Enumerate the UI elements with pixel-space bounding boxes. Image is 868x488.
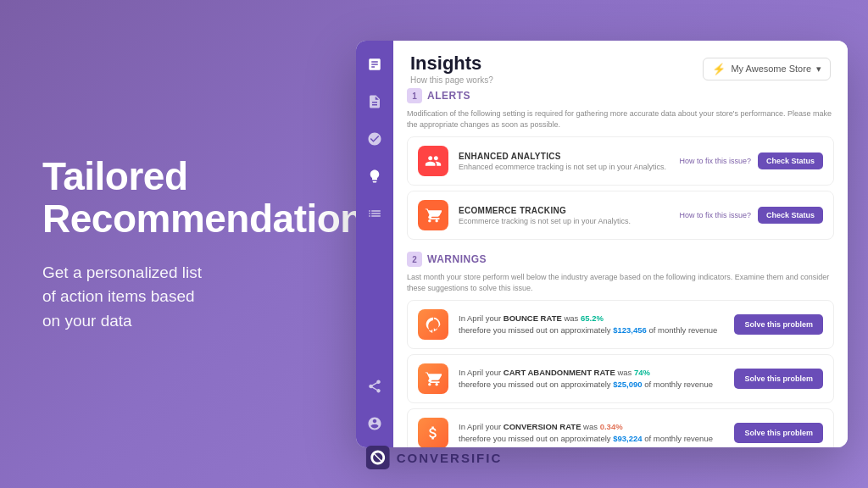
- alert-card-ecommerce: ECOMMERCE TRACKING Ecommerce tracking is…: [407, 191, 834, 240]
- how-to-fix-ecommerce[interactable]: How to fix this issue?: [679, 211, 751, 219]
- alert-text-ecommerce: ECOMMERCE TRACKING Ecommerce tracking is…: [459, 206, 669, 225]
- cart-metric: CART ABANDONMENT RATE: [504, 368, 615, 377]
- alerts-number: 1: [407, 88, 422, 103]
- app-mockup: Insights How this page works? ⚡ My Aweso…: [356, 41, 848, 447]
- conversion-amount: $93,224: [613, 434, 642, 443]
- alerts-description: Modification of the following setting is…: [407, 108, 834, 130]
- alert-title-ecommerce: ECOMMERCE TRACKING: [459, 206, 669, 215]
- alert-desc-enhanced: Enhanced ecommerce tracking is not set u…: [459, 163, 669, 171]
- store-icon: ⚡: [712, 63, 726, 75]
- conversion-metric: CONVERSION RATE: [504, 422, 581, 431]
- store-name: My Awesome Store: [731, 64, 811, 74]
- solve-btn-cart[interactable]: Solve this problem: [734, 369, 823, 389]
- warning-text-conversion: In April your CONVERSION RATE was 0.34% …: [459, 421, 724, 446]
- warning-text-cart: In April your CART ABANDONMENT RATE was …: [459, 367, 724, 391]
- sidebar-icon-analytics[interactable]: [364, 54, 385, 75]
- conversific-logo-icon: [366, 446, 390, 469]
- check-status-btn-ecommerce[interactable]: Check Status: [758, 207, 823, 224]
- sidebar-icon-account[interactable]: [364, 413, 385, 434]
- alerts-section: 1 ALERTS Modification of the following s…: [407, 88, 834, 240]
- alert-desc-ecommerce: Ecommerce tracking is not set up in your…: [459, 217, 669, 225]
- warning-icon-cart: [418, 363, 448, 394]
- alert-actions-enhanced: How to fix this issue? Check Status: [679, 152, 823, 169]
- alerts-title: ALERTS: [427, 90, 470, 102]
- left-panel: Tailored Recommendations Get a personali…: [0, 121, 356, 368]
- bounce-amount: $123,456: [613, 325, 647, 335]
- logo-text: CONVERSIFIC: [397, 451, 503, 465]
- alert-actions-ecommerce: How to fix this issue? Check Status: [679, 207, 823, 224]
- scroll-area[interactable]: 1 ALERTS Modification of the following s…: [393, 88, 848, 447]
- cart-amount: $25,090: [613, 380, 642, 389]
- warnings-number: 2: [407, 252, 422, 267]
- alert-icon-ecommerce: [418, 200, 448, 230]
- warnings-header: 2 WARNINGS: [407, 252, 834, 267]
- bounce-metric: BOUNCE RATE: [504, 313, 562, 323]
- warning-icon-bounce: [418, 309, 448, 340]
- check-status-btn-enhanced[interactable]: Check Status: [758, 152, 823, 169]
- chevron-down-icon: ▾: [816, 64, 821, 75]
- sub-heading: Get a personalized list of action items …: [42, 261, 314, 334]
- alert-text-enhanced: ENHANCED ANALYTICS Enhanced ecommerce tr…: [459, 152, 669, 171]
- alerts-header: 1 ALERTS: [407, 88, 834, 103]
- warnings-description: Last month your store perform well below…: [407, 272, 834, 293]
- cart-value: 74%: [634, 368, 650, 377]
- warning-card-bounce: In April your BOUNCE RATE was 65.2% ther…: [407, 300, 834, 349]
- conversion-value: 0.34%: [600, 422, 623, 431]
- warnings-title: WARNINGS: [427, 253, 487, 265]
- sidebar-icon-list[interactable]: [364, 203, 385, 224]
- page-title: Insights: [410, 53, 493, 75]
- warning-card-conversion: In April your CONVERSION RATE was 0.34% …: [407, 408, 834, 447]
- store-selector[interactable]: ⚡ My Awesome Store ▾: [703, 58, 831, 80]
- main-heading: Tailored Recommendations: [42, 155, 314, 241]
- warnings-section: 2 WARNINGS Last month your store perform…: [407, 252, 834, 447]
- page-title-area: Insights How this page works?: [410, 53, 493, 85]
- solve-btn-bounce[interactable]: Solve this problem: [734, 314, 823, 335]
- warning-text-bounce: In April your BOUNCE RATE was 65.2% ther…: [459, 313, 724, 337]
- main-content: Insights How this page works? ⚡ My Aweso…: [393, 41, 848, 447]
- how-to-fix-enhanced[interactable]: How to fix this issue?: [679, 157, 751, 165]
- page-subtitle: How this page works?: [410, 75, 493, 85]
- solve-btn-conversion[interactable]: Solve this problem: [734, 423, 823, 443]
- sidebar-icon-share[interactable]: [364, 376, 385, 396]
- bottom-logo: CONVERSIFIC: [366, 446, 503, 469]
- sidebar-icon-reports[interactable]: [364, 92, 385, 112]
- alert-card-enhanced-analytics: ENHANCED ANALYTICS Enhanced ecommerce tr…: [407, 136, 834, 186]
- alert-title-enhanced: ENHANCED ANALYTICS: [459, 152, 669, 161]
- sidebar-icon-insights[interactable]: [364, 166, 385, 186]
- sidebar-icon-users[interactable]: [364, 129, 385, 149]
- top-bar: Insights How this page works? ⚡ My Aweso…: [393, 41, 848, 88]
- alert-icon-enhanced: [418, 146, 448, 176]
- warning-card-cart: In April your CART ABANDONMENT RATE was …: [407, 354, 834, 403]
- sidebar: [356, 41, 393, 447]
- bounce-value: 65.2%: [581, 313, 604, 323]
- warning-icon-conversion: [418, 418, 448, 447]
